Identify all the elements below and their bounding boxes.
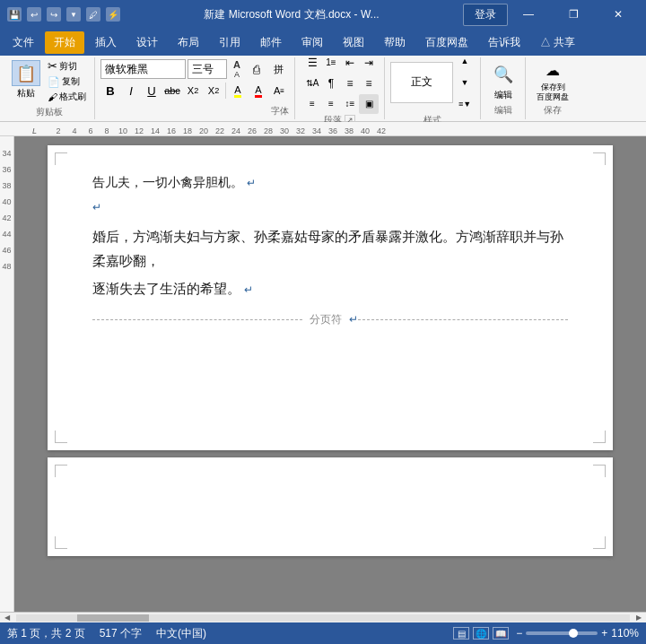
- menu-layout[interactable]: 布局: [169, 31, 208, 54]
- style-expand[interactable]: ≡▼: [455, 94, 475, 114]
- sort-button[interactable]: ⇅A: [302, 74, 322, 93]
- title-bar: 💾 ↩ ↪ ▼ 🖊 ⚡ 新建 Microsoft Word 文档.docx - …: [0, 0, 646, 29]
- style-scroll-up[interactable]: ▲: [455, 51, 475, 71]
- zoom-level: 110%: [611, 627, 639, 640]
- zoom-in-button[interactable]: +: [601, 627, 607, 640]
- ribbon-clipboard: 📋 粘贴 ✂剪切 📄复制 🖌格式刷 剪贴板: [4, 57, 95, 119]
- return-mark-4: ↵: [349, 311, 358, 328]
- corner-mark-tl: [55, 152, 67, 165]
- document-area: 告儿夫，一切小禽异胆机。 ↵ ↵ 婚后，方鸿渐夫妇与方家、孙柔嘉姑母家的矛盾暴露…: [14, 136, 646, 612]
- view-read-button[interactable]: 📖: [493, 627, 509, 640]
- corner-mark-bl: [55, 431, 67, 443]
- horizontal-ruler: L 2 4 6 8 10 12 14 16 18 20 22 24 26 28 …: [0, 122, 646, 136]
- style-scroll-down[interactable]: ▼: [455, 73, 475, 92]
- view-print-button[interactable]: ▤: [453, 627, 469, 640]
- bold-button[interactable]: B: [100, 81, 120, 100]
- scroll-track-h[interactable]: [16, 614, 630, 622]
- page-info: 第 1 页，共 2 页: [7, 626, 85, 641]
- corner-mark-2-bl: [55, 536, 67, 549]
- decrease-font-button[interactable]: A: [229, 69, 245, 79]
- ribbon-paragraph: ☰ 1≡ ⇤ ⇥ ⇅A ¶ ≡ ≡ ≡ ≡ ↕≡ ▣ 段落 ↗: [295, 57, 385, 119]
- baidu-save-button[interactable]: ☁ 保存到百度网盘: [528, 61, 577, 102]
- clipboard-label: 剪贴板: [36, 106, 63, 118]
- vertical-ruler: 34 36 38 40 42 44 46 48: [0, 136, 14, 612]
- copy-button[interactable]: 📄复制: [45, 74, 89, 89]
- login-button[interactable]: 登录: [463, 4, 508, 26]
- corner-mark-br: [593, 431, 606, 443]
- menu-review[interactable]: 审阅: [292, 31, 332, 54]
- view-web-button[interactable]: 🌐: [473, 627, 489, 640]
- show-marks-button[interactable]: ¶: [321, 74, 341, 93]
- save-icon[interactable]: 💾: [7, 7, 22, 22]
- menu-view[interactable]: 视图: [334, 31, 373, 54]
- page-1: 告儿夫，一切小禽异胆机。 ↵ ↵ 婚后，方鸿渐夫妇与方家、孙柔嘉姑母家的矛盾暴露…: [48, 145, 613, 450]
- undo-icon[interactable]: ↩: [27, 7, 41, 22]
- ribbon: 📋 粘贴 ✂剪切 📄复制 🖌格式刷 剪贴板 微软雅黑: [0, 56, 646, 122]
- shading-button[interactable]: ▣: [359, 94, 379, 114]
- align-right-button[interactable]: ≡: [302, 94, 322, 114]
- menu-mailings[interactable]: 邮件: [251, 31, 291, 54]
- menu-design[interactable]: 设计: [127, 31, 167, 54]
- zoom-slider[interactable]: [526, 631, 598, 635]
- return-mark: ↵: [247, 177, 256, 189]
- scroll-left-button[interactable]: ◀: [0, 613, 14, 623]
- return-mark-2: ↵: [92, 201, 101, 213]
- more-quick-access-icon[interactable]: ▼: [66, 7, 81, 22]
- list-bullet-button[interactable]: ☰: [302, 53, 322, 73]
- word-count: 517 个字: [100, 626, 142, 641]
- minimize-button[interactable]: —: [508, 0, 549, 29]
- menu-insert[interactable]: 插入: [86, 31, 126, 54]
- return-mark-3: ↵: [244, 283, 253, 296]
- font-name-selector[interactable]: 微软雅黑: [100, 59, 186, 79]
- language: 中文(中国): [156, 626, 206, 641]
- page1-para2: 逐渐失去了生活的希望。 ↵: [92, 276, 568, 300]
- horizontal-scrollbar[interactable]: ◀ ▶: [0, 612, 646, 622]
- corner-mark-2-br: [593, 536, 606, 549]
- increase-font-button[interactable]: A: [229, 59, 245, 69]
- restore-button[interactable]: ❐: [553, 0, 594, 29]
- close-button[interactable]: ✕: [598, 0, 639, 29]
- zoom-thumb[interactable]: [569, 629, 578, 638]
- subscript-button[interactable]: X2: [183, 81, 203, 100]
- page1-line1: 告儿夫，一切小禽异胆机。 ↵: [92, 172, 568, 192]
- quick-access-toolbar: 💾 ↩ ↪ ▼ 🖊 ⚡: [7, 7, 120, 22]
- page-content-1[interactable]: 告儿夫，一切小禽异胆机。 ↵ ↵ 婚后，方鸿渐夫妇与方家、孙柔嘉姑母家的矛盾暴露…: [92, 172, 568, 329]
- indent-decrease-button[interactable]: ⇤: [340, 53, 360, 73]
- line-spacing-button[interactable]: ↕≡: [340, 94, 360, 114]
- editing-button[interactable]: 🔍 编辑: [484, 61, 523, 102]
- status-right: ▤ 🌐 📖 − + 110%: [453, 627, 639, 640]
- auto-save-icon[interactable]: ⚡: [106, 7, 120, 22]
- align-justify-button[interactable]: ≡: [321, 94, 341, 114]
- align-left-button[interactable]: ≡: [340, 74, 360, 93]
- ribbon-baidu: ☁ 保存到百度网盘 保存: [526, 57, 580, 119]
- align-center-button[interactable]: ≡: [359, 74, 379, 93]
- scroll-thumb-h[interactable]: [77, 614, 149, 622]
- menu-file[interactable]: 文件: [4, 31, 43, 54]
- clear-format-button[interactable]: ⎙: [247, 59, 266, 79]
- menu-references[interactable]: 引用: [210, 31, 249, 54]
- style-normal[interactable]: 正文: [390, 62, 453, 103]
- menu-share[interactable]: △ 共享: [531, 31, 584, 54]
- font-color-button[interactable]: A: [249, 81, 268, 100]
- paste-button[interactable]: 📋 粘贴: [9, 58, 43, 100]
- page-break-divider: 分页符 ↵: [92, 311, 568, 328]
- underline-button[interactable]: U: [142, 81, 162, 100]
- customize-icon[interactable]: 🖊: [86, 7, 100, 22]
- char-spacing-button[interactable]: A≡: [269, 81, 289, 100]
- page-2-content[interactable]: [92, 475, 568, 538]
- redo-icon[interactable]: ↪: [47, 7, 61, 22]
- menu-tell-me[interactable]: 告诉我: [479, 31, 529, 54]
- zoom-out-button[interactable]: −: [516, 627, 522, 640]
- format-painter-button[interactable]: 🖌格式刷: [45, 90, 89, 104]
- text-highlight-button[interactable]: A: [228, 81, 248, 100]
- indent-increase-button[interactable]: ⇥: [359, 53, 379, 73]
- phonetic-button[interactable]: 拼: [268, 59, 288, 79]
- font-size-selector[interactable]: 三号: [188, 59, 227, 79]
- strikethrough-button[interactable]: abc: [162, 81, 182, 100]
- scroll-right-button[interactable]: ▶: [632, 613, 646, 623]
- superscript-button[interactable]: X2: [204, 81, 223, 100]
- list-number-button[interactable]: 1≡: [321, 53, 341, 73]
- italic-button[interactable]: I: [121, 81, 141, 100]
- menu-home[interactable]: 开始: [45, 31, 84, 54]
- cut-button[interactable]: ✂剪切: [45, 58, 89, 74]
